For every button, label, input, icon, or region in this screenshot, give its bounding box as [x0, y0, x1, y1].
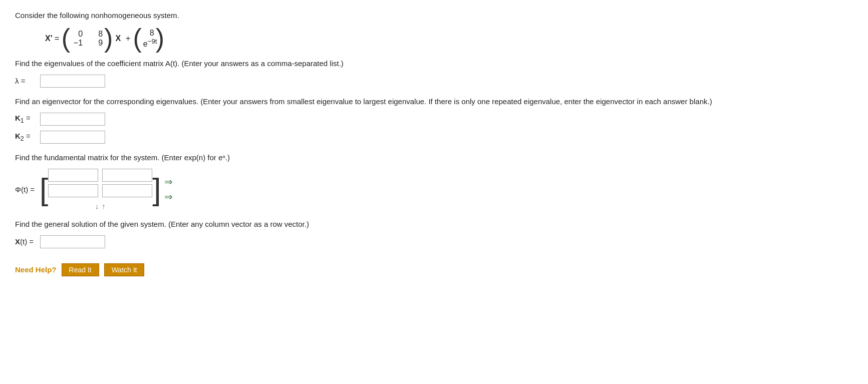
read-it-button[interactable]: Read It [62, 263, 99, 276]
equation-lhs: X' = [45, 34, 62, 43]
need-help-label: Need Help? [15, 265, 57, 274]
vector-g-1: e−9t [143, 38, 154, 49]
xt-label: X(t) = [15, 237, 40, 246]
matrix-A-00: 0 [72, 30, 83, 39]
lambda-input[interactable] [40, 75, 105, 88]
left-bracket-g: ( [133, 29, 141, 48]
q2-label: Find an eigenvector for the correspondin… [15, 96, 853, 108]
phi-matrix: ↓ ↑ [48, 169, 152, 210]
matrix-A: 0 8 −1 9 [72, 30, 103, 48]
plus-sign: + [126, 34, 130, 43]
right-arrow-top[interactable]: ⇒ [164, 176, 173, 188]
matrix-equation: X' = ( 0 8 −1 9 ) X + ( 8 e−9t ) [45, 29, 853, 49]
up-arrow[interactable]: ↑ [102, 202, 106, 210]
lambda-label: λ = [15, 77, 40, 85]
vector-x-label: X [115, 34, 121, 43]
phi-left-bracket: [ [40, 179, 48, 200]
right-arrow-bottom[interactable]: ⇒ [164, 191, 173, 203]
q1-label: Find the eigenvalues of the coefficient … [15, 58, 853, 70]
down-arrow[interactable]: ↓ [95, 202, 99, 210]
q4-label: Find the general solution of the given s… [15, 218, 853, 230]
phi-row-2 [48, 184, 152, 197]
matrix-A-11: 9 [92, 39, 103, 48]
phi-row-1 [48, 169, 152, 182]
phi-right-bracket: ] [152, 179, 161, 200]
k1-input[interactable] [40, 113, 105, 126]
right-bracket-A: ) [104, 29, 113, 48]
matrix-A-01: 8 [92, 30, 103, 39]
phi-10-input[interactable] [48, 184, 98, 197]
k2-row: K2 = [15, 131, 853, 144]
phi-label: Φ(t) = [15, 185, 35, 194]
vector-g: 8 e−9t [143, 29, 154, 49]
right-bracket-g: ) [156, 29, 164, 48]
phi-01-input[interactable] [102, 169, 152, 182]
k2-input[interactable] [40, 131, 105, 144]
xt-input[interactable] [40, 235, 105, 248]
lambda-row: λ = [15, 75, 853, 88]
xt-row: X(t) = [15, 235, 853, 248]
vector-g-0: 8 [143, 29, 154, 38]
need-help-section: Need Help? Read It Watch It [15, 263, 853, 276]
phi-11-input[interactable] [102, 184, 152, 197]
left-bracket-A: ( [62, 29, 70, 48]
k1-row: K1 = [15, 113, 853, 126]
k2-label: K2 = [15, 132, 40, 142]
k1-label: K1 = [15, 114, 40, 124]
down-up-arrows: ↓ ↑ [48, 202, 152, 210]
phi-container: Φ(t) = [ ↓ ↑ ] ⇒ ⇒ [15, 169, 853, 210]
watch-it-button[interactable]: Watch It [104, 263, 145, 276]
q3-label: Find the fundamental matrix for the syst… [15, 152, 853, 164]
phi-00-input[interactable] [48, 169, 98, 182]
intro-text: Consider the following nonhomogeneous sy… [15, 10, 853, 22]
matrix-A-10: −1 [72, 39, 83, 48]
side-arrows: ⇒ ⇒ [164, 176, 173, 203]
